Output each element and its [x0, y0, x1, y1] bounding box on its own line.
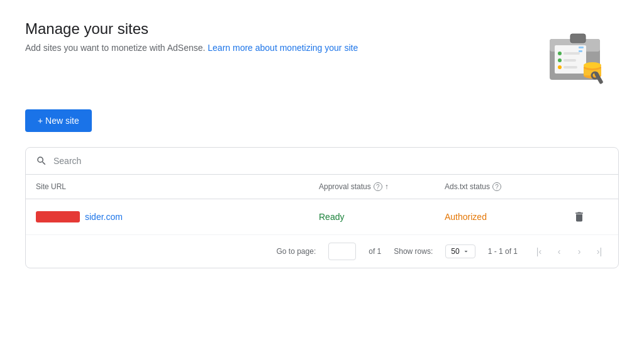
table-header: Site URL Approval status ? ↑ Ads.txt sta…: [26, 175, 618, 199]
show-rows-label: Show rows:: [394, 247, 433, 256]
svg-point-15: [584, 62, 601, 69]
ads-txt-help-icon[interactable]: ?: [492, 182, 501, 191]
chevron-down-icon: [462, 248, 470, 255]
col-approval-status: Approval status ? ↑: [319, 182, 445, 191]
pagination-row: Go to page: of 1 Show rows: 50 1 - 1 of …: [26, 235, 618, 268]
approval-status-help-icon[interactable]: ?: [374, 182, 382, 191]
svg-rect-10: [579, 47, 584, 48]
learn-more-link[interactable]: Learn more about monetizing your site: [208, 43, 358, 53]
col-ads-txt-status: Ads.txt status ?: [445, 182, 570, 191]
search-bar: [26, 148, 618, 175]
ads-txt-status-cell: Authorized: [445, 212, 570, 222]
of-label: of 1: [369, 247, 381, 256]
approval-status-sort-icon[interactable]: ↑: [385, 182, 389, 191]
page-subtitle: Add sites you want to monetize with AdSe…: [25, 43, 518, 53]
rows-value: 50: [451, 247, 459, 256]
actions-cell: [570, 208, 608, 226]
site-url-link[interactable]: sider.com: [85, 212, 123, 222]
page-title: Manage your sites: [25, 20, 518, 38]
header-illustration: [518, 20, 619, 89]
search-icon: [36, 155, 47, 167]
last-page-button[interactable]: ›|: [591, 243, 608, 260]
svg-point-8: [558, 65, 562, 69]
page-number-input[interactable]: [328, 243, 356, 260]
ads-txt-status-value: Authorized: [445, 212, 487, 222]
new-site-button[interactable]: + New site: [25, 109, 92, 132]
col-site-url: Site URL: [36, 182, 319, 191]
next-page-button[interactable]: ›: [570, 243, 588, 260]
svg-point-6: [558, 58, 562, 62]
search-input[interactable]: [53, 156, 608, 166]
col-actions: [570, 182, 608, 191]
svg-point-4: [558, 52, 562, 55]
svg-rect-2: [570, 34, 586, 43]
redacted-url-block: [36, 211, 80, 222]
go-to-page-label: Go to page:: [277, 247, 316, 256]
svg-rect-9: [564, 66, 577, 69]
sites-table-container: Site URL Approval status ? ↑ Ads.txt sta…: [25, 147, 619, 268]
svg-rect-5: [564, 52, 580, 55]
delete-site-button[interactable]: [570, 208, 588, 226]
rows-per-page-select[interactable]: 50: [445, 244, 475, 258]
prev-page-button[interactable]: ‹: [550, 243, 568, 260]
site-url-cell: sider.com: [36, 211, 319, 222]
table-row: sider.com Ready Authorized: [26, 199, 618, 235]
approval-status-value: Ready: [319, 212, 344, 222]
approval-status-cell: Ready: [319, 212, 445, 222]
subtitle-text: Add sites you want to monetize with AdSe…: [25, 43, 205, 53]
pagination-nav: |‹ ‹ › ›|: [530, 243, 608, 260]
pagination-info: 1 - 1 of 1: [488, 247, 518, 256]
svg-rect-7: [564, 59, 576, 62]
svg-rect-11: [579, 50, 582, 52]
first-page-button[interactable]: |‹: [530, 243, 548, 260]
